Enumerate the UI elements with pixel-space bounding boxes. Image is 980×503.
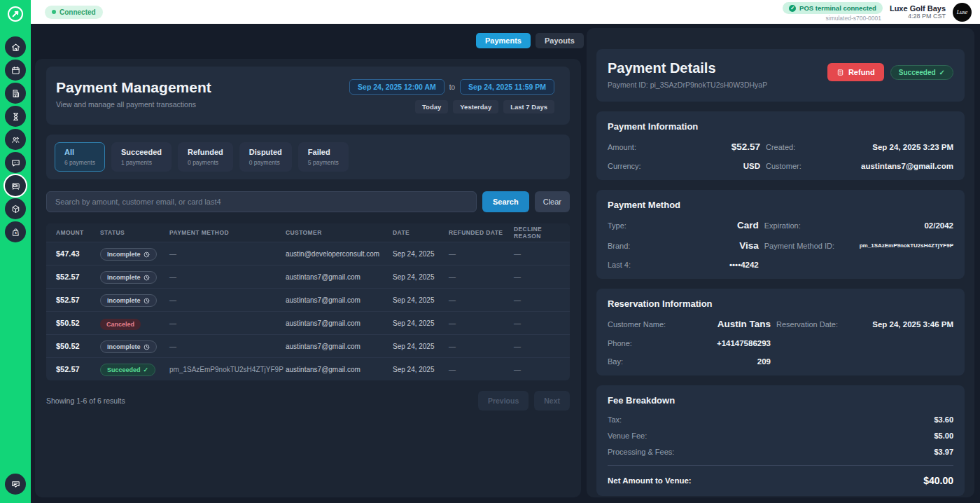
sidebar-item-support[interactable] [5,474,26,495]
refund-button[interactable]: Refund [827,63,884,81]
payment-information-card: Payment Information Amount: $52.57 Creat… [596,111,965,180]
venue-info: Luxe Golf Bays 4:28 PM CST [890,4,946,20]
fee-row: Venue Fee: $5.00 [608,432,953,440]
bay-value: 209 [689,357,771,366]
page-title: Payment Management [56,79,211,96]
check-icon: ✓ [144,366,149,373]
sidebar-item-history[interactable] [5,106,26,127]
pos-terminal-icon [10,181,21,191]
sidebar-item-home[interactable] [5,36,26,57]
expiration-label: Expiration: [764,221,854,230]
cell-decline: — [514,296,570,304]
cell-amount: $47.43 [56,249,100,258]
venue-name: Luxe Golf Bays [890,4,946,13]
cell-customer: austintans7@gmail.com [286,319,393,327]
venue-fee-value: $5.00 [934,432,953,440]
section-title: Payment Method [608,200,953,210]
type-value: Card [689,220,759,230]
search-button[interactable]: Search [482,191,529,212]
cell-refunded: — [449,319,514,327]
tab-payments[interactable]: Payments [476,33,531,48]
status-label: Canceled [106,321,134,328]
chat-icon [10,158,21,168]
table-row[interactable]: $52.57 Incomplete — austintans7@gmail.co… [46,265,570,288]
sidebar-item-messages[interactable] [5,152,26,173]
details-status-badge: Succeeded ✓ [890,65,953,80]
customer-name-label: Customer Name: [608,320,683,329]
brand-label: Brand: [608,242,683,250]
status-badge: Succeeded✓ [100,364,155,376]
quick-range-yesterday[interactable]: Yesterday [453,100,498,113]
cell-customer: austin@developerconsult.com [286,250,393,258]
sidebar-item-venues[interactable] [5,83,26,104]
table-row[interactable]: $47.43 Incomplete — austin@developercons… [46,242,570,265]
col-customer: CUSTOMER [286,229,393,236]
page-subtitle: View and manage all payment transactions [56,100,211,109]
clock-icon [144,298,150,304]
next-button[interactable]: Next [534,391,570,411]
filter-count: 1 payments [121,159,162,166]
sidebar-item-calendar[interactable] [5,60,26,81]
filter-all[interactable]: All 6 payments [55,142,105,172]
cell-method: — [169,273,286,281]
table-row[interactable]: $52.57 Succeeded✓ pm_1SAzEmP9nokTU2sH4ZT… [46,357,570,380]
net-amount-value: $40.00 [923,475,953,486]
filter-failed[interactable]: Failed 5 payments [298,142,349,172]
cell-refunded: — [449,343,514,350]
current-time: 4:28 PM CST [908,13,946,20]
cell-date: Sep 24, 2025 [393,273,449,281]
shopping-bag-icon: $ [10,227,21,237]
cell-method: pm_1SAzEmP9nokTU2sH4ZTjYF9P [169,366,286,373]
fee-row: Processing & Fees: $3.97 [608,448,953,456]
payments-table: AMOUNT STATUS PAYMENT METHOD CUSTOMER DA… [46,223,570,380]
last4-label: Last 4: [608,261,683,269]
last4-value: ••••4242 [689,261,759,269]
filter-label: Refunded [188,148,223,156]
hourglass-icon [10,111,21,122]
net-amount-row: Net Amount to Venue: $40.00 [608,466,953,486]
cell-method: — [169,319,286,327]
receipt-icon [836,69,844,76]
filter-refunded[interactable]: Refunded 0 payments [178,142,233,172]
cell-date: Sep 24, 2025 [393,343,449,350]
sidebar-item-products[interactable] [5,198,26,219]
connected-label: Connected [59,8,96,16]
processing-fees-label: Processing & Fees: [608,448,674,456]
table-row[interactable]: $50.52 Incomplete — austintans7@gmail.co… [46,334,570,357]
section-title: Reservation Information [608,298,953,309]
search-input[interactable] [46,191,477,212]
quick-range-last7[interactable]: Last 7 Days [503,100,554,113]
filter-label: Failed [308,148,339,156]
cell-decline: — [514,319,570,327]
filter-disputed[interactable]: Disputed 0 payments [239,142,292,172]
filter-succeeded[interactable]: Succeeded 1 payments [111,142,172,172]
cell-amount: $52.57 [56,296,100,304]
cell-decline: — [514,273,570,281]
sidebar-item-members[interactable] [5,129,26,150]
app-logo-icon[interactable] [6,4,25,27]
users-icon [10,135,21,145]
date-to-button[interactable]: Sep 24, 2025 11:59 PM [460,79,554,95]
previous-button[interactable]: Previous [478,391,528,411]
brand-value: Visa [689,240,759,251]
reservation-date-label: Reservation Date: [776,320,866,329]
filter-label: Disputed [249,148,282,156]
tax-value: $3.60 [934,415,953,424]
status-badge: Incomplete [100,294,157,307]
col-decline: DECLINE REASON [514,226,570,240]
status-label: Incomplete [107,274,141,281]
table-row[interactable]: $50.52 Canceled — austintans7@gmail.com … [46,311,570,334]
sidebar-item-sales[interactable]: $ [5,221,26,242]
avatar[interactable]: Luxe [953,3,972,22]
clear-button[interactable]: Clear [535,191,570,212]
date-from-button[interactable]: Sep 24, 2025 12:00 AM [349,79,444,95]
table-row[interactable]: $52.57 Incomplete — austintans7@gmail.co… [46,288,570,311]
customer-value: austintans7@gmail.com [861,162,953,170]
sidebar-item-payments[interactable] [5,175,26,196]
quick-range-today[interactable]: Today [415,100,448,113]
bay-label: Bay: [608,357,683,366]
cell-decline: — [514,343,570,350]
cell-refunded: — [449,250,514,258]
top-header: Connected ✓ POS terminal connected simul… [31,0,980,24]
tab-payouts[interactable]: Payouts [536,33,584,48]
